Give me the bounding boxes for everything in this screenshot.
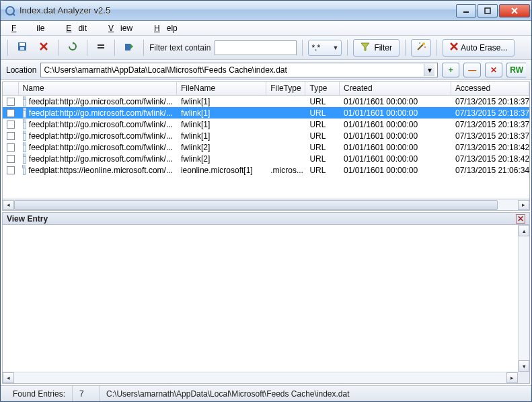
cell-name: feedplat:http://go.microsoft.com/fwlink/… <box>29 143 173 152</box>
filter-button[interactable]: Filter <box>353 39 400 57</box>
col-type[interactable]: Type <box>305 82 340 95</box>
table-row[interactable]: feedplat:http://go.microsoft.com/fwlink/… <box>3 130 529 141</box>
v-scrollbar[interactable]: ▴ ▾ <box>518 225 529 372</box>
save-button[interactable] <box>13 40 31 56</box>
svg-rect-3 <box>485 8 490 13</box>
pattern-combo[interactable]: *.* ▼ <box>308 40 342 56</box>
view-entry-title: View Entry <box>7 214 48 224</box>
file-icon <box>23 96 26 106</box>
cell-created: 01/01/1601 00:00:00 <box>344 143 418 152</box>
auto-erase-label: Auto Erase... <box>461 43 507 53</box>
filter-input[interactable] <box>215 40 297 55</box>
x-icon: ✕ <box>490 65 497 75</box>
table-header: Name FileName FileType Type Created Acce… <box>3 82 529 96</box>
scroll-left-icon[interactable]: ◂ <box>3 200 14 210</box>
remove-location-button[interactable]: — <box>463 63 481 77</box>
table-body: feedplat:http://go.microsoft.com/fwlink/… <box>3 96 529 199</box>
chevron-down-icon: ▼ <box>332 44 338 51</box>
table-row[interactable]: feedplat:http://go.microsoft.com/fwlink/… <box>3 96 529 107</box>
h-scrollbar[interactable]: ◂ ▸ <box>3 199 529 210</box>
row-checkbox[interactable] <box>7 143 15 152</box>
status-path: C:\Users\amarnath\AppData\Local\Microsof… <box>100 386 526 401</box>
cell-created: 01/01/1601 00:00:00 <box>344 166 418 175</box>
cell-filename: fwlink[1] <box>181 120 210 129</box>
cell-filename: fwlink[2] <box>181 143 210 152</box>
menu-view[interactable]: View <box>102 22 146 34</box>
svg-rect-14 <box>125 44 130 51</box>
clear-location-button[interactable]: ✕ <box>485 63 502 77</box>
status-found-label: Found Entries: <box>6 386 73 401</box>
filter-label: Filter text contain <box>149 43 211 53</box>
cell-name: feedplat:http://go.microsoft.com/fwlink/… <box>29 108 173 118</box>
rw-button[interactable]: RW <box>506 63 526 77</box>
maximize-button[interactable] <box>478 4 498 18</box>
cell-type: URL <box>309 166 326 175</box>
row-checkbox[interactable] <box>7 109 15 117</box>
magic-button[interactable] <box>411 39 431 57</box>
scroll-thumb[interactable] <box>14 200 498 210</box>
table-row[interactable]: feedplat:http://go.microsoft.com/fwlink/… <box>3 153 529 164</box>
row-checkbox[interactable] <box>7 132 15 140</box>
scroll-track[interactable] <box>519 236 529 360</box>
col-created[interactable]: Created <box>340 82 451 95</box>
view-entry-close-button[interactable]: ✕ <box>516 214 525 224</box>
auto-erase-button[interactable]: Auto Erase... <box>443 39 515 57</box>
col-filename[interactable]: FileName <box>177 82 266 95</box>
row-checkbox[interactable] <box>7 121 15 129</box>
scroll-right-icon[interactable]: ▸ <box>506 372 518 383</box>
scroll-track[interactable] <box>14 372 506 383</box>
cell-accessed: 07/13/2015 20:18:37 <box>455 131 529 141</box>
cell-name: feedplat:http://go.microsoft.com/fwlink/… <box>29 131 173 141</box>
window-title: Index.dat Analyzer v2.5 <box>20 5 455 15</box>
svg-point-20 <box>424 46 426 48</box>
svg-rect-8 <box>20 47 24 50</box>
menu-edit[interactable]: Edit <box>59 22 100 34</box>
file-icon <box>23 108 26 118</box>
scroll-right-icon[interactable]: ▸ <box>518 200 529 210</box>
cell-filename: fwlink[1] <box>181 97 210 106</box>
menu-help[interactable]: Help <box>147 22 191 34</box>
location-path: C:\Users\amarnath\AppData\Local\Microsof… <box>44 65 287 75</box>
table-row[interactable]: feedplat:https://ieonline.microsoft.com/… <box>3 164 529 176</box>
cell-filename: fwlink[1] <box>181 131 210 141</box>
cell-name: feedplat:http://go.microsoft.com/fwlink/… <box>29 154 173 164</box>
svg-marker-16 <box>361 43 369 51</box>
scroll-up-icon[interactable]: ▴ <box>519 225 529 236</box>
plus-icon: + <box>449 65 453 75</box>
svg-point-19 <box>419 42 420 44</box>
h-scrollbar[interactable]: ◂ ▸ <box>3 372 518 383</box>
chevron-down-icon: ▾ <box>424 64 434 76</box>
table-row[interactable]: feedplat:http://go.microsoft.com/fwlink/… <box>3 107 529 119</box>
row-checkbox[interactable] <box>7 166 15 174</box>
cell-type: URL <box>309 108 326 118</box>
location-combo[interactable]: C:\Users\amarnath\AppData\Local\Microsof… <box>40 63 438 77</box>
row-checkbox[interactable] <box>7 155 15 163</box>
export-button[interactable] <box>120 40 138 56</box>
wand-icon <box>416 41 426 54</box>
close-button[interactable] <box>499 4 530 18</box>
menu-file[interactable]: File <box>5 22 58 34</box>
add-location-button[interactable]: + <box>442 63 459 77</box>
col-accessed[interactable]: Accessed <box>451 82 529 95</box>
cell-created: 01/01/1601 00:00:00 <box>344 108 418 118</box>
equals-button[interactable] <box>93 40 109 56</box>
row-checkbox[interactable] <box>7 98 15 106</box>
menu-file-label: ile <box>30 22 51 34</box>
scroll-down-icon[interactable]: ▾ <box>519 360 529 372</box>
col-name[interactable]: Name <box>19 82 177 95</box>
cell-accessed: 07/13/2015 20:18:37 <box>455 97 529 106</box>
table-row[interactable]: feedplat:http://go.microsoft.com/fwlink/… <box>3 119 529 130</box>
cell-created: 01/01/1601 00:00:00 <box>344 131 418 141</box>
cell-type: URL <box>309 131 326 141</box>
menu-edit-label: dit <box>71 22 93 34</box>
table-row[interactable]: feedplat:http://go.microsoft.com/fwlink/… <box>3 141 529 153</box>
cell-created: 01/01/1601 00:00:00 <box>344 120 418 129</box>
scroll-left-icon[interactable]: ◂ <box>3 372 14 383</box>
refresh-button[interactable] <box>64 40 81 56</box>
col-filetype[interactable]: FileType <box>266 82 305 95</box>
minimize-button[interactable] <box>456 4 476 18</box>
svg-marker-15 <box>130 44 133 49</box>
app-icon <box>5 5 15 16</box>
delete-button[interactable] <box>35 40 52 56</box>
scroll-track[interactable] <box>14 200 518 210</box>
